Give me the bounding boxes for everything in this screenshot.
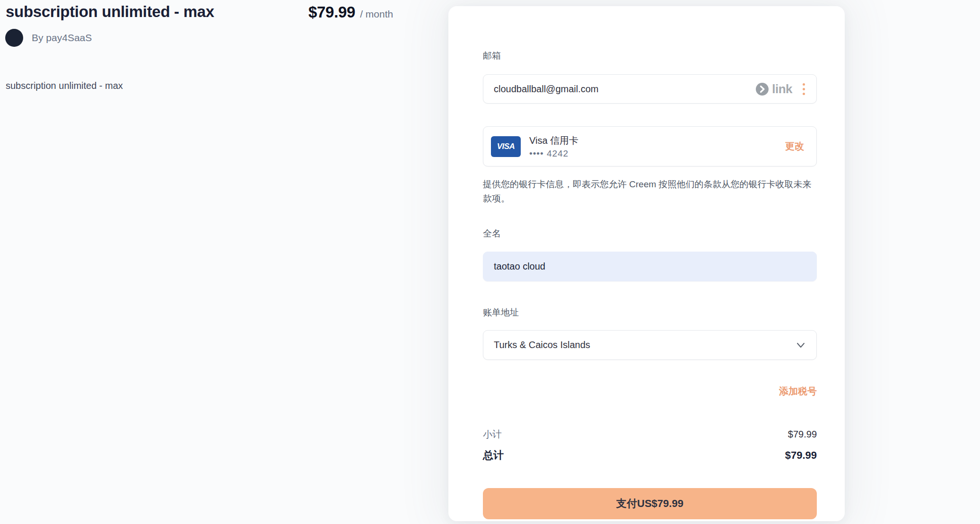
country-select-value: Turks & Caicos Islands (494, 340, 590, 350)
subtotal-label: 小计 (483, 428, 502, 441)
add-tax-id-link[interactable]: 添加税号 (779, 385, 817, 398)
checkout-form: 邮箱 link VISA Visa 信用卡 •••• 4242 更改 (483, 6, 817, 521)
total-label: 总计 (483, 448, 504, 463)
name-label: 全名 (483, 227, 501, 240)
subtotal-row: 小计 $79.99 (483, 428, 817, 441)
email-input[interactable] (494, 84, 756, 95)
payment-method-box: VISA Visa 信用卡 •••• 4242 更改 (483, 126, 817, 166)
link-wordmark: link (772, 82, 792, 96)
total-row: 总计 $79.99 (483, 448, 817, 463)
full-name-input[interactable] (494, 261, 806, 272)
pay-button[interactable]: 支付US$79.99 (483, 488, 817, 519)
merchant-row: By pay4SaaS (5, 29, 92, 47)
total-value: $79.99 (785, 449, 817, 462)
product-title: subscription unlimited - max (6, 3, 214, 21)
change-payment-method-button[interactable]: 更改 (785, 140, 804, 153)
subtotal-value: $79.99 (788, 429, 817, 440)
chevron-down-icon (796, 342, 805, 348)
price-amount: $79.99 (308, 3, 355, 21)
email-field-container: link (483, 74, 817, 104)
checkout-card: 邮箱 link VISA Visa 信用卡 •••• 4242 更改 (448, 6, 845, 521)
merchant-name: By pay4SaaS (32, 32, 92, 44)
name-field-container (483, 252, 817, 281)
email-label: 邮箱 (483, 50, 501, 62)
country-select[interactable]: Turks & Caicos Islands (483, 330, 817, 360)
merchant-avatar (5, 29, 23, 47)
link-options-menu-icon[interactable] (800, 81, 808, 97)
payment-method-title: Visa 信用卡 (529, 134, 578, 147)
visa-logo-icon: VISA (491, 136, 521, 157)
payment-method-info: Visa 信用卡 •••• 4242 (529, 134, 578, 159)
link-pay-badge[interactable]: link (756, 82, 792, 96)
price: $79.99 / month (308, 3, 393, 21)
card-terms-text: 提供您的银行卡信息，即表示您允许 Creem 按照他们的条款从您的银行卡收取未来… (483, 177, 817, 206)
billing-address-label: 账单地址 (483, 306, 519, 319)
payment-method-last4: •••• 4242 (529, 148, 578, 159)
link-logo-icon (756, 83, 769, 96)
price-interval: / month (360, 9, 393, 20)
product-description: subscription unlimited - max (6, 80, 123, 91)
